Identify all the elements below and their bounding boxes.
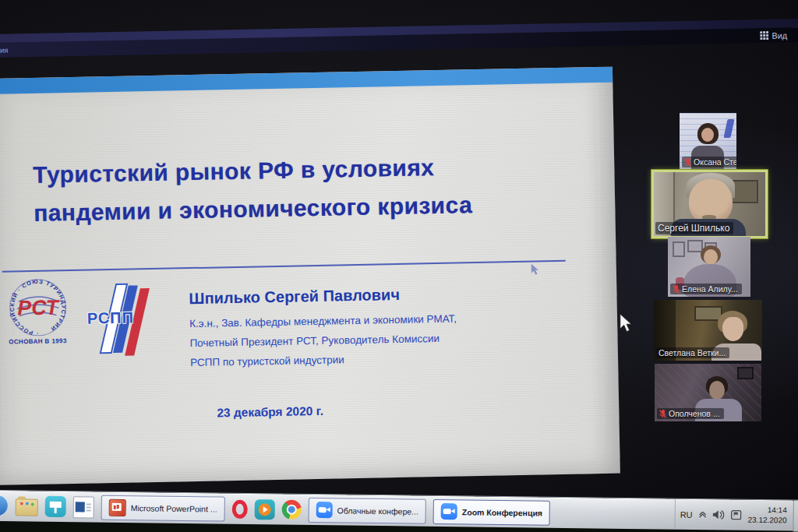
slide-accent-bar (0, 67, 613, 94)
tray-time: 14:14 (748, 506, 787, 516)
participant-tile-oksana[interactable]: Оксана Степ... (680, 113, 736, 170)
clock[interactable]: 14:14 23.12.2020 (747, 506, 786, 526)
slide-date: 23 декабря 2020 г. (217, 404, 323, 421)
slide-divider-line (2, 260, 566, 273)
chrome-browser-icon[interactable] (281, 499, 301, 519)
keynote-app-icon[interactable] (45, 496, 66, 517)
media-player-icon[interactable] (254, 499, 274, 520)
presenter-block: Шпилько Сергей Павлович К.э.н., Зав. Каф… (189, 284, 533, 372)
zoom-meeting-task-label: Zoom Конференция (462, 507, 542, 517)
participant-name-label: Оксана Степ... (682, 157, 736, 167)
volume-icon[interactable] (713, 509, 725, 520)
slide-pointer-cursor (531, 263, 539, 275)
hidden-icons-chevron[interactable] (699, 512, 707, 518)
rst-logo-caption: ОСНОВАН В 1993 (0, 337, 77, 346)
app-icon-partial[interactable] (0, 495, 9, 517)
action-center-flag-icon[interactable] (731, 510, 742, 520)
shared-slide: Туристский рынок РФ в условиях пандемии … (0, 67, 620, 485)
muted-mic-icon (673, 285, 680, 294)
zoom-window-titlebar: ция Вид (0, 19, 798, 58)
rspp-logo-text: РСПП (87, 308, 134, 327)
participant-tile-opolchenov[interactable]: Ополченов ... (655, 364, 761, 421)
tray-date: 23.12.2020 (747, 515, 786, 525)
window-title-fragment: ция (0, 46, 8, 55)
zoom-cloud-task-label: Облачные конфере... (337, 506, 418, 516)
slide-title: Туристский рынок РФ в условиях пандемии … (33, 147, 473, 232)
zoom-camera-icon (316, 502, 332, 518)
participant-name-label: Ополченов ... (657, 408, 724, 419)
folder-icon[interactable] (16, 499, 38, 516)
grid-view-icon (760, 31, 768, 40)
powerpoint-icon (109, 499, 126, 516)
banner-logo-mark (723, 119, 734, 138)
rst-center-text: РСТ (17, 296, 61, 320)
view-button-label: Вид (772, 30, 787, 40)
view-button[interactable]: Вид (760, 30, 798, 40)
zoom-meeting-task-button[interactable]: Zoom Конференция (433, 499, 551, 525)
zoom-camera-icon (441, 503, 457, 520)
participant-tile-sergey-active-speaker[interactable]: Сергей Шпилько (651, 170, 768, 238)
mouse-cursor (620, 314, 632, 333)
presenter-name: Шпилько Сергей Павлович (189, 284, 531, 308)
slide-title-line2: пандемии и экономического кризиса (34, 185, 473, 232)
powerpoint-task-button[interactable]: Microsoft PowerPoint ... (101, 495, 225, 521)
participant-tile-elena[interactable]: Елена Алилу... (668, 237, 750, 297)
picture-frame (673, 241, 685, 257)
muted-mic-icon (684, 158, 691, 167)
picture-frame (737, 367, 754, 379)
participant-name-label: Сергей Шпилько (655, 222, 733, 234)
rst-logo: · РОССИЙСКИЙ · СОЮЗ ТУРИНДУСТРИИ РСТ (9, 278, 67, 336)
windows-taskbar: Microsoft PowerPoint ... Облачные конфер… (0, 490, 798, 531)
opera-browser-icon[interactable] (231, 500, 247, 519)
powerpoint-task-label: Microsoft PowerPoint ... (131, 503, 217, 513)
word-document-icon[interactable] (73, 496, 94, 518)
muted-mic-icon (659, 410, 666, 418)
participant-name-label: Светлана Ветки... (656, 347, 729, 358)
show-desktop-button[interactable] (793, 500, 798, 531)
participant-tile-svetlana[interactable]: Светлана Ветки... (654, 300, 762, 361)
rspp-logo: РСПП (88, 283, 154, 356)
zoom-cloud-task-button[interactable]: Облачные конфере... (308, 497, 426, 523)
participant-name-label: Елена Алилу... (670, 284, 742, 294)
system-tray: RU 14:14 23.12.2020 (674, 499, 798, 531)
language-indicator[interactable]: RU (680, 509, 693, 519)
